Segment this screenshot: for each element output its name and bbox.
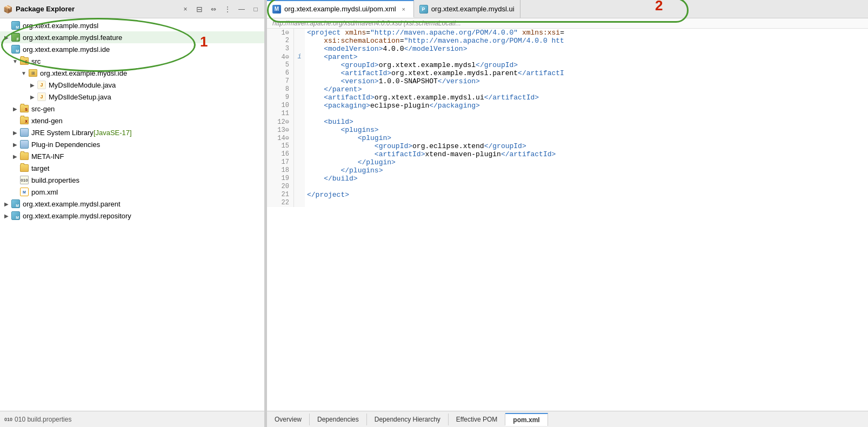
code-line: 22 [267, 199, 868, 207]
tree-label: Plug-in Dependencies [31, 141, 100, 149]
code-line: 18 </plugins> [267, 166, 868, 175]
folder-icon [19, 163, 29, 173]
line-gutter [294, 29, 305, 37]
tree-label: src [31, 57, 41, 65]
line-content: <version>1.0.0-SNAPSHOT</version> [305, 77, 868, 85]
btab-overview[interactable]: Overview [267, 413, 310, 425]
expand-arrow: ▶ [2, 199, 11, 208]
line-content [305, 183, 868, 191]
panel-title: Package Explorer [16, 5, 177, 13]
line-content [305, 199, 868, 207]
tree-label: MyDslIdeSetup.java [49, 93, 111, 101]
line-gutter [294, 175, 305, 183]
src-folder-icon: S [19, 56, 29, 66]
tree-item-plugins[interactable]: ▶ Plug-in Dependencies [0, 138, 264, 150]
line-number: 2 [267, 37, 294, 45]
tree-label: build.properties [31, 176, 79, 184]
tree-label: target [31, 164, 49, 172]
tree-item-mydslidemmodule[interactable]: ▶ J MyDslIdeModule.java [0, 79, 264, 91]
line-gutter [294, 69, 305, 77]
tab-plugin[interactable]: P org.xtext.example.mydsl.ui [414, 0, 520, 18]
line-content: <artifactId>org.xtext.example.mydsl.pare… [305, 69, 868, 77]
bottom-tab-label: 010 build.properties [15, 416, 71, 423]
line-gutter [294, 199, 305, 207]
panel-header: 📦 Package Explorer × ⊟ ⇔ ⋮ — □ [0, 0, 264, 18]
expand-arrow: ▶ [11, 140, 19, 149]
maximize-button[interactable]: □ [250, 4, 261, 15]
tree-label: MyDslIdeModule.java [49, 81, 116, 89]
expand-arrow [2, 21, 11, 30]
project-icon: M [11, 199, 21, 209]
code-line: 17 </plugin> [267, 158, 868, 166]
code-line: 7 <version>1.0.0-SNAPSHOT</version> [267, 77, 868, 85]
expand-arrow [2, 45, 11, 54]
tree-item-repository[interactable]: ▶ M org.xtext.example.mydsl.repository [0, 210, 264, 222]
line-number: 18 [267, 166, 294, 175]
tree-item-mydsl[interactable]: M org.xtext.example.mydsl [0, 19, 264, 31]
collapse-all-button[interactable]: ⊟ [194, 4, 205, 15]
editor-panel: M org.xtext.example.mydsl.ui/pom.xml × P… [267, 0, 868, 427]
line-content: </parent> [305, 85, 868, 94]
tree-item-mydslidesetup[interactable]: ▶ J MyDslIdeSetup.java [0, 91, 264, 103]
tree-item-xtend-gen[interactable]: X xtend-gen [0, 115, 264, 126]
line-gutter [294, 150, 305, 158]
minimize-button[interactable]: — [236, 4, 247, 15]
close-panel-button[interactable]: × [180, 4, 191, 15]
tree-item-build-properties[interactable]: 010 build.properties [0, 174, 264, 186]
tree-label: org.xtext.example.mydsl.ide [40, 69, 127, 77]
editor-tabs: M org.xtext.example.mydsl.ui/pom.xml × P… [267, 0, 868, 18]
src-folder-icon: X [19, 116, 29, 125]
left-bottom-tab[interactable]: 010 010 build.properties [0, 411, 264, 427]
tree-item-src[interactable]: ▼ S src [0, 55, 264, 67]
line-number: 8 [267, 85, 294, 94]
line-content: <plugins> [305, 126, 868, 134]
code-line: 10 <packaging>eclipse-plugin</packaging> [267, 102, 868, 110]
line-content [305, 110, 868, 118]
line-gutter [294, 61, 305, 69]
tree-item-mydsl-feature[interactable]: ▶ F org.xtext.example.mydsl.feature [0, 31, 264, 43]
lib-icon [19, 139, 29, 149]
code-line: 8 </parent> [267, 85, 868, 94]
java-icon: J [37, 92, 46, 102]
project-icon: M [11, 44, 21, 54]
tab-pom-xml[interactable]: M org.xtext.example.mydsl.ui/pom.xml × [267, 0, 414, 18]
tree-item-package-ide[interactable]: ▼ ⊞ org.xtext.example.mydsl.ide [0, 67, 264, 79]
line-gutter [294, 142, 305, 150]
expand-arrow [11, 176, 19, 184]
code-line: 11 [267, 110, 868, 118]
folder-icon [19, 151, 29, 161]
tree-item-jre[interactable]: ▶ JRE System Library [JavaSE-17] [0, 126, 264, 138]
line-gutter [294, 183, 305, 191]
code-line: 12⊖ <build> [267, 118, 868, 126]
line-content: </plugins> [305, 166, 868, 175]
line-content: <packaging>eclipse-plugin</packaging> [305, 102, 868, 110]
props-icon: 010 [19, 175, 29, 185]
tree-item-mydsl-ide[interactable]: M org.xtext.example.mydsl.ide [0, 43, 264, 55]
code-editor[interactable]: 1⊖ <project xmlns="http://maven.apache.o… [267, 29, 868, 411]
expand-arrow: ▶ [11, 128, 19, 137]
line-gutter [294, 158, 305, 166]
btab-dependencies[interactable]: Dependencies [310, 413, 367, 425]
btab-effective-pom[interactable]: Effective POM [449, 413, 505, 425]
tree-item-metainf[interactable]: ▶ META-INF [0, 150, 264, 162]
code-line: 16 <artifactId>xtend-maven-plugin</artif… [267, 150, 868, 158]
line-number: 16 [267, 150, 294, 158]
tree-item-parent[interactable]: ▶ M org.xtext.example.mydsl.parent [0, 198, 264, 210]
tree-item-src-gen[interactable]: ▶ S src-gen [0, 103, 264, 115]
btab-dependency-hierarchy[interactable]: Dependency Hierarchy [367, 413, 449, 425]
line-gutter [294, 94, 305, 102]
code-line: 6 <artifactId>org.xtext.example.mydsl.pa… [267, 69, 868, 77]
package-explorer-icon: 📦 [3, 5, 12, 14]
line-content: <groupId>org.xtext.example.mydsl</groupI… [305, 61, 868, 69]
view-menu-button[interactable]: ⋮ [222, 4, 233, 15]
tree-item-pom-xml[interactable]: M pom.xml [0, 186, 264, 198]
tree-label: pom.xml [31, 188, 58, 196]
tab-close-button[interactable]: × [399, 5, 408, 14]
package-explorer-tree: M org.xtext.example.mydsl ▶ F org.xtext.… [0, 18, 264, 411]
tree-label: org.xtext.example.mydsl.repository [23, 212, 131, 220]
btab-pom-xml[interactable]: pom.xml [505, 413, 547, 426]
tab-maven-icon: M [272, 5, 281, 14]
line-content: </project> [305, 191, 868, 199]
link-editor-button[interactable]: ⇔ [208, 4, 219, 15]
tree-item-target[interactable]: target [0, 162, 264, 174]
